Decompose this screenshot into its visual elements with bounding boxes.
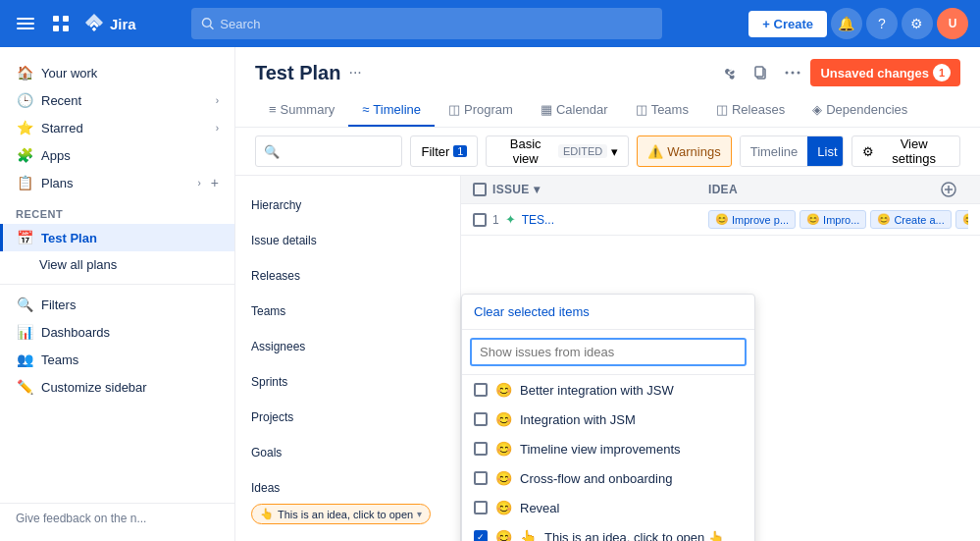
tab-calendar[interactable]: ▦ Calendar	[527, 94, 622, 127]
sidebar-item-plans[interactable]: 📋 Plans › +	[0, 169, 234, 196]
sprints-label[interactable]: Sprints	[251, 370, 444, 394]
unsaved-count-badge: 1	[933, 64, 951, 81]
tab-dependencies[interactable]: ◈ Dependencies	[799, 94, 921, 127]
filter-search[interactable]: 🔍	[255, 135, 402, 167]
hierarchy-label[interactable]: Hierarchy	[251, 193, 444, 217]
idea-chip-2[interactable]: 😊Impro...	[799, 210, 866, 229]
notifications-icon[interactable]: 🔔	[831, 8, 862, 39]
copy-icon[interactable]	[748, 59, 775, 86]
view-button[interactable]: Basic view EDITED ▾	[486, 135, 629, 167]
search-bar[interactable]	[191, 8, 662, 39]
col-issue-header[interactable]: Issue ▾	[492, 183, 708, 196]
item-5-label: Reveal	[520, 501, 559, 515]
view-settings-button[interactable]: ⚙ View settings	[851, 135, 960, 167]
clear-selected-link[interactable]: Clear selected items	[474, 304, 590, 319]
dropdown-item-1[interactable]: 😊 Better integration with JSW	[462, 375, 754, 405]
svg-rect-0	[17, 18, 34, 20]
sort-icon: ▾	[534, 183, 540, 196]
tab-releases[interactable]: ◫ Releases	[702, 94, 799, 127]
more-icon[interactable]	[779, 59, 806, 86]
dropdown-search-input[interactable]	[470, 338, 747, 366]
filter-button[interactable]: Filter 1	[410, 135, 478, 167]
more-options-icon[interactable]: ···	[348, 64, 361, 81]
item-2-checkbox[interactable]	[474, 412, 488, 426]
idea-chip-1[interactable]: 😊Improve p...	[708, 210, 796, 229]
settings-icon[interactable]: ⚙	[902, 8, 933, 39]
dropdown-item-2[interactable]: 😊 Integration with JSM	[462, 405, 754, 434]
dropdown-item-3[interactable]: 😊 Timeline view improvements	[462, 434, 754, 463]
issue-details-label[interactable]: Issue details	[251, 229, 444, 252]
svg-point-12	[792, 72, 795, 75]
filter-panel: Hierarchy Issue details Releases Teams A…	[235, 176, 461, 541]
goals-label[interactable]: Goals	[251, 441, 444, 464]
star-icon: ⭐	[16, 120, 33, 135]
grid-icon[interactable]	[47, 10, 75, 37]
app-layout: 🏠 Your work 🕒 Recent › ⭐ Starred › 🧩 App…	[0, 0, 980, 541]
tab-teams[interactable]: ◫ Teams	[622, 94, 702, 127]
sidebar-item-teams[interactable]: 👥 Teams	[0, 346, 234, 373]
sidebar-footer[interactable]: Give feedback on the n...	[0, 503, 234, 533]
sidebar-item-apps[interactable]: 🧩 Apps	[0, 141, 234, 169]
add-plan-icon[interactable]: +	[211, 175, 219, 190]
item-6-hand-icon: 👆	[520, 529, 537, 541]
sidebar-item-your-work[interactable]: 🏠 Your work	[0, 59, 234, 86]
sidebar-item-customize[interactable]: ✏️ Customize sidebar	[0, 373, 234, 401]
search-input[interactable]	[220, 17, 652, 31]
filter-search-input[interactable]	[287, 144, 402, 159]
summary-tab-icon: ≡	[269, 102, 277, 117]
item-6-label: This is an idea, click to open 👆	[544, 530, 724, 542]
filter-hierarchy: Hierarchy	[235, 188, 460, 223]
filter-projects: Projects	[235, 400, 460, 435]
idea-chip-text: This is an idea, click to open	[278, 509, 413, 520]
tab-summary[interactable]: ≡ Summary	[255, 94, 348, 127]
dropdown-item-4[interactable]: 😊 Cross-flow and onboarding	[462, 463, 754, 493]
help-icon[interactable]: ?	[866, 8, 898, 39]
dropdown-item-6[interactable]: ✓ 😊 👆 This is an idea, click to open 👆	[462, 522, 754, 541]
sidebar-item-view-all-plans[interactable]: View all plans	[0, 251, 234, 278]
dropdown-item-5[interactable]: 😊 Reveal	[462, 493, 754, 522]
row-checkbox[interactable]	[473, 213, 487, 227]
tab-bar: ≡ Summary ≈ Timeline ◫ Program ▦ Calenda…	[255, 94, 960, 127]
sidebar-item-test-plan[interactable]: 📅 Test Plan	[0, 224, 234, 251]
projects-label[interactable]: Projects	[251, 406, 444, 429]
timeline-toggle-btn[interactable]: Timeline	[741, 136, 808, 166]
sidebar-item-dashboards[interactable]: 📊 Dashboards	[0, 318, 234, 346]
jira-logo[interactable]: Jira	[82, 12, 136, 35]
sidebar-item-filters[interactable]: 🔍 Filters	[0, 291, 234, 318]
sidebar-item-starred[interactable]: ⭐ Starred ›	[0, 114, 234, 141]
create-button[interactable]: + Create	[748, 11, 827, 37]
unsaved-changes-button[interactable]: Unsaved changes 1	[810, 59, 960, 86]
idea-chip-3[interactable]: 😊Create a...	[870, 210, 951, 229]
avatar[interactable]: U	[937, 8, 968, 39]
item-4-checkbox[interactable]	[474, 471, 488, 485]
issue-key[interactable]: TES...	[522, 213, 554, 227]
sidebar-item-recent[interactable]: 🕒 Recent ›	[0, 86, 234, 114]
idea-filter-chip[interactable]: 👆 This is an idea, click to open ▾	[251, 504, 431, 524]
ideas-label[interactable]: Ideas	[251, 476, 444, 500]
select-all-checkbox[interactable]	[473, 183, 487, 196]
add-column-button[interactable]	[929, 182, 968, 197]
list-toggle-btn[interactable]: List	[807, 136, 844, 166]
assignees-label[interactable]: Assignees	[251, 335, 444, 358]
page-title-row: Test Plan ··· Unsaved changes 1	[255, 59, 960, 86]
page-header: Test Plan ··· Unsaved changes 1	[235, 47, 980, 128]
svg-rect-1	[17, 23, 34, 25]
tab-timeline[interactable]: ≈ Timeline	[348, 94, 435, 127]
toolbar: 🔍 Filter 1 Basic view EDITED ▾ ⚠️ Warnin…	[235, 128, 980, 176]
chevron-right-icon: ›	[216, 95, 219, 106]
filter-issue-details: Issue details	[235, 223, 460, 258]
story-icon: ✦	[505, 212, 516, 227]
releases-label[interactable]: Releases	[251, 264, 444, 288]
item-3-checkbox[interactable]	[474, 442, 488, 456]
item-1-checkbox[interactable]	[474, 383, 488, 397]
idea-chip-4[interactable]: 😊This is...	[955, 210, 968, 229]
item-6-icon: 😊	[495, 529, 512, 541]
item-6-checkbox[interactable]: ✓	[474, 530, 488, 541]
hamburger-menu[interactable]	[12, 10, 39, 37]
teams-label[interactable]: Teams	[251, 299, 444, 323]
item-1-label: Better integration with JSW	[520, 383, 674, 398]
item-5-checkbox[interactable]	[474, 501, 488, 514]
tab-program[interactable]: ◫ Program	[435, 94, 527, 127]
warnings-button[interactable]: ⚠️ Warnings	[637, 135, 731, 167]
share-icon[interactable]	[716, 59, 744, 86]
